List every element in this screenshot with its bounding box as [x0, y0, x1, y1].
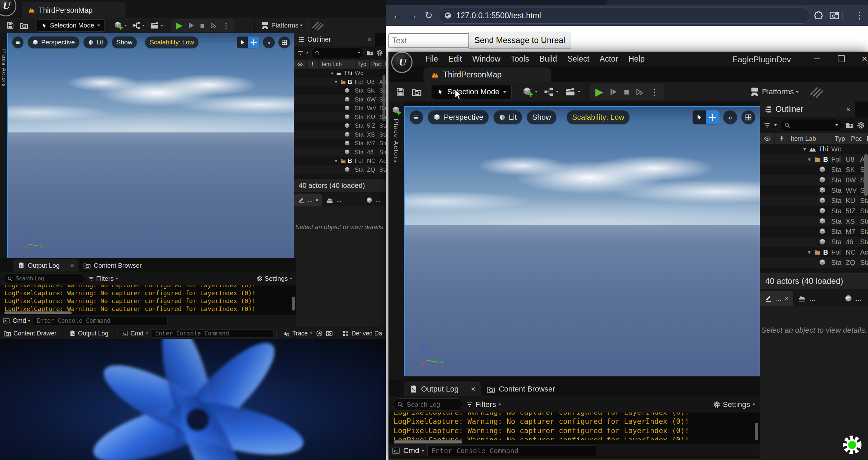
tray-settings-icon[interactable] — [842, 434, 863, 456]
outliner-row[interactable]: ▼ Sta 0W Sta — [294, 95, 386, 104]
output-log-tab[interactable]: Output Log × — [13, 259, 78, 272]
tab-thirdpersonmap[interactable]: ThirdPersonMap — [424, 67, 551, 82]
level-viewport[interactable]: ≡ Perspective Lit Show Scalability: Low — [404, 106, 760, 376]
log-scrollbar[interactable] — [292, 297, 295, 311]
select-tool-button[interactable] — [693, 110, 706, 124]
more-tools-button[interactable]: » — [723, 110, 737, 125]
world-settings-tab[interactable]: ... — [322, 194, 345, 206]
item-label-column-header[interactable]: Item Lab — [319, 60, 355, 68]
log-output-area[interactable]: LogPixelCapture: Warning: No capturer co… — [0, 286, 296, 311]
filter-icon[interactable] — [297, 50, 304, 56]
details-tab[interactable]: ... × — [294, 194, 322, 206]
outliner-row[interactable]: ▼ B Fol NC Act — [760, 247, 868, 257]
scalability-button[interactable]: Scalability: Low — [145, 36, 199, 49]
visibility-column-header[interactable] — [294, 60, 306, 68]
save-button[interactable] — [396, 87, 405, 97]
platforms-dropdown[interactable]: Platforms — [749, 87, 799, 97]
play-button[interactable]: ▶ — [176, 21, 183, 30]
outliner-row[interactable]: ▼ Sta ZQ Sta — [294, 165, 386, 174]
outliner-row[interactable]: ▼ B Fol U8 Act — [294, 77, 386, 86]
add-folder-icon[interactable] — [845, 121, 854, 129]
show-dropdown[interactable]: Show — [527, 110, 557, 125]
expand-arrow-icon[interactable]: ▼ — [802, 147, 807, 152]
outliner-row[interactable]: ▼ Sta KU Sta — [760, 195, 868, 206]
send-message-button[interactable]: Send Message to Unreal — [468, 32, 571, 49]
log-search-input[interactable] — [15, 275, 81, 282]
unreal-logo[interactable]: U — [391, 52, 413, 73]
chevron-down-icon[interactable] — [835, 124, 838, 126]
console-command-input[interactable] — [33, 316, 168, 325]
message-text-input[interactable] — [388, 33, 474, 48]
filter-icon[interactable] — [763, 121, 771, 129]
close-window-button[interactable]: × — [859, 53, 868, 65]
statusbar-output-log-button[interactable]: Output Log — [66, 330, 112, 336]
log-search-box[interactable] — [4, 273, 85, 284]
package-column-header[interactable]: Pac — [849, 133, 865, 144]
cmd-dropdown[interactable]: Cmd — [403, 446, 424, 455]
expand-arrow-icon[interactable]: ▼ — [807, 157, 812, 162]
place-actors-strip[interactable]: Place Actors — [388, 101, 404, 380]
play-button[interactable]: ▶ — [595, 87, 603, 97]
outliner-row[interactable]: ▼ Sta 46 Sta — [294, 148, 386, 157]
lit-dropdown[interactable]: Lit — [83, 36, 108, 49]
outliner-scrollbar[interactable] — [383, 75, 386, 121]
tab-thirdpersonmap[interactable]: ThirdPersonMap — [22, 2, 126, 18]
quad-view-button[interactable] — [741, 110, 756, 125]
log-settings-dropdown[interactable]: Settings — [256, 275, 292, 282]
outliner-row[interactable]: ▼ Sta XS Sta — [294, 130, 386, 139]
content-browser-tab[interactable]: Content Browser — [481, 382, 561, 396]
address-bar[interactable]: 127.0.0.1:5500/test.html — [438, 8, 810, 24]
outliner-row[interactable]: ▼ Sta 46 Sta — [760, 237, 868, 247]
derived-data-button[interactable]: Derived Da — [339, 330, 386, 336]
outliner-row[interactable]: ▼ Thi Wc — [760, 144, 868, 154]
close-icon[interactable]: × — [785, 295, 789, 302]
world-settings-tab[interactable]: ... — [793, 291, 820, 306]
log-scrollbar[interactable] — [755, 423, 758, 440]
play-options-kebab[interactable]: ⋮ — [650, 87, 659, 96]
hscroll-thumb[interactable] — [394, 440, 462, 443]
blueprints-dropdown[interactable] — [544, 87, 559, 97]
frame-skip-button[interactable] — [609, 87, 618, 96]
outliner-row[interactable]: ▼ Sta WV Sta — [294, 104, 386, 113]
id-name-column-header[interactable]: ID N — [865, 133, 868, 144]
log-hscrollbar[interactable] — [0, 311, 296, 315]
more-tools-button[interactable]: » — [263, 36, 275, 49]
close-icon[interactable]: × — [70, 261, 74, 269]
quad-view-button[interactable] — [278, 36, 290, 49]
world-partition-tab[interactable]: ... — [840, 291, 866, 306]
close-icon[interactable]: × — [367, 35, 371, 43]
pin-column-header[interactable] — [307, 60, 319, 68]
outliner-row[interactable]: ▼ Sta KU Sta — [294, 113, 386, 121]
outliner-tab[interactable]: Outliner × — [760, 101, 855, 117]
statusbar-console-input[interactable] — [152, 329, 274, 338]
outliner-row[interactable]: ▼ Sta M7 Sta — [760, 226, 868, 237]
outliner-search-box[interactable] — [311, 47, 364, 58]
back-button[interactable]: ← — [391, 10, 404, 21]
show-dropdown[interactable]: Show — [112, 36, 137, 49]
launch-button[interactable] — [635, 87, 644, 96]
level-viewport[interactable]: ≡ Perspective Lit Show Scalability: Low — [7, 33, 295, 258]
maximize-button[interactable] — [835, 53, 847, 65]
save-button[interactable] — [6, 21, 14, 30]
expand-arrow-icon[interactable]: ▼ — [330, 71, 334, 75]
outliner-row[interactable]: ▼ Sta 5IZ Sta — [760, 206, 868, 216]
menu-item[interactable]: Window — [467, 54, 506, 64]
close-icon[interactable]: × — [315, 197, 319, 204]
scalability-button[interactable]: Scalability: Low — [567, 110, 630, 125]
world-partition-tab[interactable]: ... — [362, 194, 384, 206]
log-hscrollbar[interactable] — [388, 440, 760, 444]
add-folder-icon[interactable] — [366, 49, 373, 56]
menu-item[interactable]: Build — [534, 54, 562, 64]
cinematics-dropdown[interactable] — [150, 21, 163, 30]
blueprints-dropdown[interactable] — [132, 21, 145, 30]
place-actors-strip[interactable]: Place Actors — [0, 33, 8, 258]
perspective-dropdown[interactable]: Perspective — [428, 110, 489, 125]
expand-arrow-icon[interactable]: ▼ — [334, 159, 338, 163]
details-tab[interactable]: ... × — [760, 291, 793, 306]
hscroll-thumb[interactable] — [4, 311, 72, 314]
reload-button[interactable]: ↻ — [422, 10, 435, 21]
insights-icon[interactable] — [316, 330, 323, 336]
cinematics-dropdown[interactable] — [565, 87, 580, 97]
menu-item[interactable]: Help — [623, 54, 650, 64]
close-icon[interactable]: × — [471, 385, 475, 394]
